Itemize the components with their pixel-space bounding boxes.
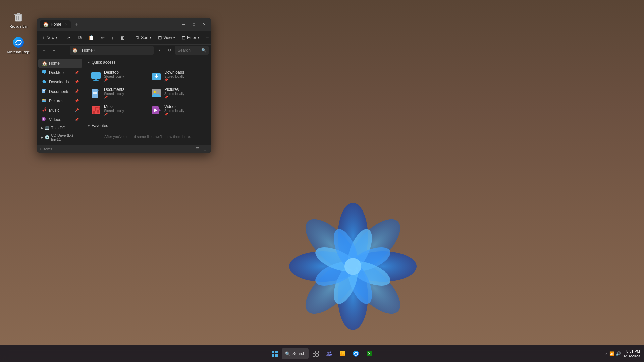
- pictures-folder-icon: [151, 88, 162, 99]
- cd-d-chevron: ▶: [41, 136, 43, 139]
- documents-folder-name: Documents: [104, 87, 144, 92]
- teams-button[interactable]: [323, 347, 335, 360]
- sidebar-item-documents[interactable]: Documents 📌: [38, 87, 82, 96]
- date-display: 4/14/2023: [624, 354, 640, 358]
- minimize-button[interactable]: ─: [179, 21, 189, 28]
- new-tab-button[interactable]: +: [72, 20, 81, 29]
- sidebar-item-home[interactable]: 🏠 Home: [38, 59, 82, 68]
- photos-button[interactable]: [336, 347, 349, 360]
- svg-point-49: [93, 111, 95, 114]
- folder-desktop[interactable]: Desktop Stored locally 📌: [88, 68, 147, 84]
- refresh-button[interactable]: ↻: [165, 46, 174, 55]
- home-sidebar-icon: 🏠: [42, 61, 47, 66]
- share-button[interactable]: ↑: [109, 34, 116, 42]
- sidebar-cd-d-expander[interactable]: ▶ 💿 CD Drive (D:) tiny11: [38, 132, 82, 143]
- downloads-folder-info: Downloads Stored locally 📌: [164, 70, 205, 82]
- folder-downloads[interactable]: Downloads Stored locally 📌: [148, 68, 207, 84]
- chevron-up-icon[interactable]: ∧: [605, 351, 608, 356]
- edge-taskbar-button[interactable]: [350, 347, 362, 360]
- sidebar-item-pictures[interactable]: Pictures 📌: [38, 96, 82, 105]
- address-path[interactable]: 🏠 › Home ›: [70, 46, 154, 55]
- taskbar-search[interactable]: 🔍 Search: [282, 348, 309, 359]
- sidebar-downloads-label: Downloads: [49, 80, 69, 84]
- delete-button[interactable]: 🗑: [118, 34, 128, 42]
- rename-button[interactable]: ✏: [98, 34, 107, 42]
- videos-sidebar-icon: [42, 117, 47, 122]
- search-input[interactable]: [178, 48, 201, 53]
- filter-dropdown-icon: ▾: [198, 36, 199, 39]
- forward-button[interactable]: →: [50, 46, 58, 55]
- copy-button[interactable]: ⧉: [75, 33, 84, 42]
- view-label: View: [163, 35, 172, 40]
- svg-point-33: [43, 110, 44, 112]
- edge-taskbar-icon: [353, 350, 359, 357]
- new-button[interactable]: + New ▾: [40, 34, 60, 42]
- details-view-button[interactable]: ☰: [195, 146, 201, 152]
- path-separator: ›: [79, 48, 80, 53]
- downloads-sidebar-icon: [42, 79, 47, 85]
- favorites-chevron: ▾: [88, 124, 90, 128]
- explorer-body: 🏠 Home Desktop 📌 Downloads 📌: [37, 56, 211, 145]
- task-view-button[interactable]: [309, 347, 322, 360]
- filter-button[interactable]: ⊟ Filter ▾: [179, 34, 202, 42]
- clock[interactable]: 5:31 PM 4/14/2023: [624, 349, 640, 359]
- favorites-header[interactable]: ▾ Favorites: [88, 123, 207, 128]
- svg-point-62: [327, 352, 329, 354]
- sidebar-item-desktop[interactable]: Desktop 📌: [38, 68, 82, 77]
- view-button[interactable]: ⊞ View ▾: [155, 34, 178, 42]
- svg-rect-54: [272, 351, 274, 353]
- svg-rect-61: [316, 354, 318, 356]
- svg-rect-43: [93, 92, 97, 93]
- volume-icon[interactable]: 🔊: [616, 351, 621, 356]
- tab-close-button[interactable]: ✕: [65, 23, 67, 26]
- xbox-button[interactable]: X: [363, 347, 376, 360]
- videos-folder-pin: 📌: [164, 113, 205, 116]
- sidebar: 🏠 Home Desktop 📌 Downloads 📌: [37, 56, 84, 145]
- desktop-sidebar-icon: [42, 70, 47, 75]
- music-folder-pin: 📌: [104, 113, 144, 116]
- cd-d-label: CD Drive (D:) tiny11: [51, 133, 79, 141]
- home-tab-label: Home: [51, 22, 61, 27]
- network-tray-icon[interactable]: 📶: [609, 351, 614, 356]
- photos-icon: [339, 350, 346, 357]
- desktop-folder-info: Desktop Stored locally 📌: [104, 70, 144, 82]
- close-button[interactable]: ✕: [199, 21, 209, 28]
- maximize-button[interactable]: □: [189, 21, 199, 28]
- folder-pictures[interactable]: Pictures Stored locally 📌: [148, 85, 207, 101]
- paste-button[interactable]: 📋: [86, 34, 97, 42]
- music-sidebar-icon: [42, 107, 47, 113]
- folder-documents[interactable]: Documents Stored locally 📌: [88, 85, 147, 101]
- svg-rect-56: [272, 354, 274, 357]
- edge-icon[interactable]: Microsoft Edge: [7, 36, 30, 54]
- favorites-empty-message: After you've pinned some files, we'll sh…: [88, 131, 207, 142]
- cut-button[interactable]: ✂: [65, 34, 74, 42]
- svg-rect-25: [44, 73, 45, 74]
- home-tab[interactable]: 🏠 Home ✕: [40, 20, 71, 28]
- sidebar-item-downloads[interactable]: Downloads 📌: [38, 77, 82, 86]
- sidebar-item-videos[interactable]: Videos 📌: [38, 115, 82, 124]
- up-button[interactable]: ↑: [60, 46, 68, 55]
- paste-icon: 📋: [88, 35, 94, 40]
- sidebar-downloads-pin: 📌: [75, 80, 79, 84]
- pictures-folder-info: Pictures Stored locally 📌: [164, 87, 205, 99]
- quick-access-header[interactable]: ▾ Quick access: [88, 60, 207, 65]
- cut-icon: ✂: [67, 35, 71, 40]
- search-box[interactable]: 🔍: [175, 46, 209, 55]
- sidebar-item-music[interactable]: Music 📌: [38, 106, 82, 115]
- sort-button[interactable]: ⇅ Sort ▾: [133, 34, 154, 42]
- path-dropdown-button[interactable]: ▾: [155, 46, 164, 55]
- svg-rect-59: [316, 351, 318, 353]
- back-button[interactable]: ←: [40, 46, 48, 55]
- folder-videos[interactable]: Videos Stored locally 📌: [148, 102, 207, 118]
- folder-music[interactable]: Music Stored locally 📌: [88, 102, 147, 118]
- recycle-bin-icon[interactable]: Recycle Bin: [7, 10, 30, 29]
- svg-rect-30: [43, 92, 44, 92]
- svg-rect-38: [91, 72, 101, 79]
- icons-view-button[interactable]: ⊞: [202, 146, 208, 152]
- start-button[interactable]: [268, 347, 281, 360]
- sidebar-this-pc-expander[interactable]: ▶ 💻 This PC: [38, 124, 82, 132]
- more-button[interactable]: ···: [203, 34, 211, 41]
- recycle-bin-image: [12, 10, 25, 23]
- quick-access-label: Quick access: [92, 60, 115, 65]
- this-pc-label: This PC: [51, 126, 65, 130]
